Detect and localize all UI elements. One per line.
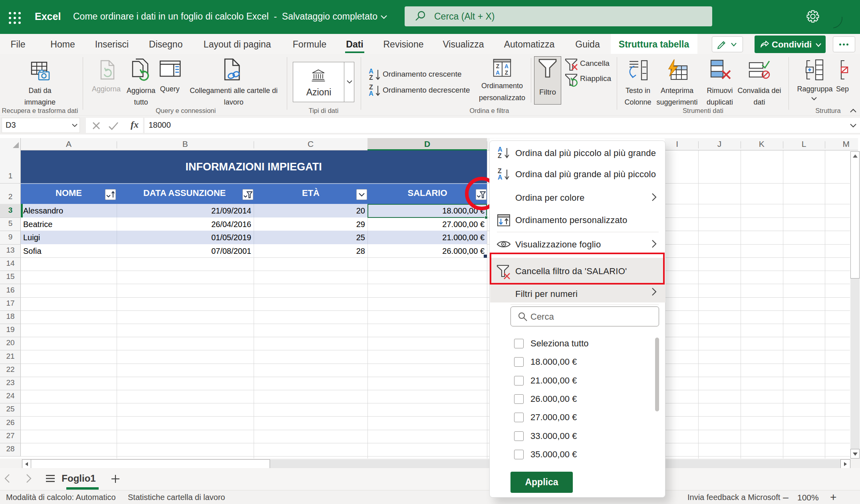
svg-text:Z: Z xyxy=(505,70,508,76)
svg-text:Z: Z xyxy=(496,63,500,69)
svg-text:A: A xyxy=(496,70,500,76)
svg-text:A: A xyxy=(504,63,508,69)
